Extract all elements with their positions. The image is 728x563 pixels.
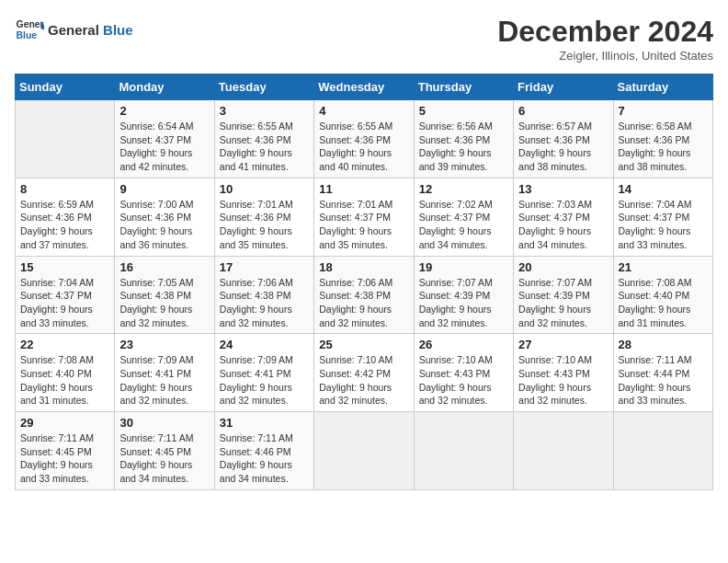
- calendar-cell: 11Sunrise: 7:01 AMSunset: 4:37 PMDayligh…: [314, 178, 414, 256]
- day-number: 21: [619, 260, 708, 274]
- logo: General Blue General Blue: [15, 15, 133, 44]
- calendar-cell: 15Sunrise: 7:04 AMSunset: 4:37 PMDayligh…: [16, 256, 115, 334]
- page-container: General Blue General Blue December 2024 …: [15, 15, 713, 490]
- day-info: Sunrise: 7:06 AMSunset: 4:38 PMDaylight:…: [220, 276, 309, 330]
- calendar-cell: [16, 100, 115, 178]
- calendar-cell: 23Sunrise: 7:09 AMSunset: 4:41 PMDayligh…: [115, 334, 214, 412]
- day-number: 3: [220, 104, 309, 118]
- day-number: 14: [619, 182, 708, 196]
- day-number: 24: [220, 338, 309, 351]
- day-info: Sunrise: 7:03 AMSunset: 4:37 PMDaylight:…: [518, 198, 608, 252]
- calendar-cell: 10Sunrise: 7:01 AMSunset: 4:36 PMDayligh…: [214, 178, 313, 256]
- day-number: 25: [319, 338, 408, 351]
- day-number: 18: [319, 260, 408, 274]
- day-number: 31: [220, 416, 309, 430]
- day-number: 6: [518, 104, 608, 118]
- calendar-cell: 24Sunrise: 7:09 AMSunset: 4:41 PMDayligh…: [214, 334, 313, 412]
- day-number: 13: [518, 182, 608, 196]
- day-number: 11: [319, 182, 408, 196]
- weekday-header-wednesday: Wednesday: [314, 75, 414, 100]
- day-number: 17: [220, 260, 309, 274]
- day-number: 12: [419, 182, 508, 196]
- logo-icon: General Blue: [15, 15, 44, 44]
- calendar-cell: 5Sunrise: 6:56 AMSunset: 4:36 PMDaylight…: [414, 100, 513, 178]
- day-info: Sunrise: 6:56 AMSunset: 4:36 PMDaylight:…: [419, 120, 508, 174]
- day-info: Sunrise: 7:04 AMSunset: 4:37 PMDaylight:…: [20, 276, 109, 330]
- day-info: Sunrise: 7:10 AMSunset: 4:42 PMDaylight:…: [319, 353, 408, 408]
- day-info: Sunrise: 7:02 AMSunset: 4:37 PMDaylight:…: [419, 198, 508, 252]
- calendar-row-4: 22Sunrise: 7:08 AMSunset: 4:40 PMDayligh…: [16, 334, 713, 412]
- weekday-header-sunday: Sunday: [16, 75, 115, 100]
- calendar-cell: 20Sunrise: 7:07 AMSunset: 4:39 PMDayligh…: [514, 256, 613, 334]
- day-info: Sunrise: 7:04 AMSunset: 4:37 PMDaylight:…: [619, 198, 708, 252]
- day-number: 22: [20, 338, 109, 351]
- weekday-header-tuesday: Tuesday: [214, 75, 313, 100]
- calendar-cell: 17Sunrise: 7:06 AMSunset: 4:38 PMDayligh…: [214, 256, 313, 334]
- calendar-cell: 14Sunrise: 7:04 AMSunset: 4:37 PMDayligh…: [613, 178, 712, 256]
- day-number: 28: [619, 338, 708, 351]
- day-number: 2: [119, 104, 209, 118]
- day-number: 26: [419, 338, 508, 351]
- calendar-row-3: 15Sunrise: 7:04 AMSunset: 4:37 PMDayligh…: [16, 256, 713, 334]
- day-number: 5: [419, 104, 508, 118]
- calendar-cell: 27Sunrise: 7:10 AMSunset: 4:43 PMDayligh…: [514, 334, 613, 412]
- calendar-cell: 25Sunrise: 7:10 AMSunset: 4:42 PMDayligh…: [314, 334, 414, 412]
- svg-text:Blue: Blue: [17, 30, 38, 40]
- day-info: Sunrise: 7:06 AMSunset: 4:38 PMDaylight:…: [319, 276, 408, 330]
- day-info: Sunrise: 7:00 AMSunset: 4:36 PMDaylight:…: [119, 198, 209, 252]
- calendar-cell: 29Sunrise: 7:11 AMSunset: 4:45 PMDayligh…: [16, 412, 115, 490]
- calendar-cell: 13Sunrise: 7:03 AMSunset: 4:37 PMDayligh…: [514, 178, 613, 256]
- day-number: 30: [119, 416, 209, 430]
- day-info: Sunrise: 7:09 AMSunset: 4:41 PMDaylight:…: [220, 353, 309, 408]
- day-number: 20: [518, 260, 608, 274]
- calendar-cell: [514, 412, 613, 490]
- calendar-cell: 8Sunrise: 6:59 AMSunset: 4:36 PMDaylight…: [16, 178, 115, 256]
- day-info: Sunrise: 7:07 AMSunset: 4:39 PMDaylight:…: [419, 276, 508, 330]
- calendar-cell: 21Sunrise: 7:08 AMSunset: 4:40 PMDayligh…: [613, 256, 712, 334]
- day-info: Sunrise: 7:10 AMSunset: 4:43 PMDaylight:…: [518, 353, 608, 408]
- day-info: Sunrise: 7:11 AMSunset: 4:46 PMDaylight:…: [220, 431, 309, 486]
- calendar-cell: 7Sunrise: 6:58 AMSunset: 4:36 PMDaylight…: [613, 100, 712, 178]
- logo-general: General: [48, 22, 99, 38]
- day-info: Sunrise: 6:59 AMSunset: 4:36 PMDaylight:…: [20, 198, 109, 252]
- calendar-cell: 9Sunrise: 7:00 AMSunset: 4:36 PMDaylight…: [115, 178, 214, 256]
- weekday-header-monday: Monday: [115, 75, 214, 100]
- day-info: Sunrise: 7:08 AMSunset: 4:40 PMDaylight:…: [619, 276, 708, 330]
- day-info: Sunrise: 7:01 AMSunset: 4:37 PMDaylight:…: [319, 198, 408, 252]
- day-info: Sunrise: 7:07 AMSunset: 4:39 PMDaylight:…: [518, 276, 608, 330]
- calendar-cell: [314, 412, 414, 490]
- day-number: 27: [518, 338, 608, 351]
- day-number: 29: [20, 416, 109, 430]
- day-number: 10: [220, 182, 309, 196]
- calendar-cell: 6Sunrise: 6:57 AMSunset: 4:36 PMDaylight…: [514, 100, 613, 178]
- day-number: 16: [119, 260, 209, 274]
- calendar-row-1: 2Sunrise: 6:54 AMSunset: 4:37 PMDaylight…: [16, 100, 713, 178]
- day-number: 8: [20, 182, 109, 196]
- calendar: SundayMondayTuesdayWednesdayThursdayFrid…: [15, 74, 713, 490]
- day-info: Sunrise: 6:58 AMSunset: 4:36 PMDaylight:…: [619, 120, 708, 174]
- location: Zeigler, Illinois, United States: [497, 49, 713, 63]
- calendar-row-5: 29Sunrise: 7:11 AMSunset: 4:45 PMDayligh…: [16, 412, 713, 490]
- calendar-cell: 28Sunrise: 7:11 AMSunset: 4:44 PMDayligh…: [613, 334, 712, 412]
- calendar-cell: 30Sunrise: 7:11 AMSunset: 4:45 PMDayligh…: [115, 412, 214, 490]
- calendar-cell: 18Sunrise: 7:06 AMSunset: 4:38 PMDayligh…: [314, 256, 414, 334]
- day-info: Sunrise: 6:55 AMSunset: 4:36 PMDaylight:…: [319, 120, 408, 174]
- day-info: Sunrise: 7:11 AMSunset: 4:45 PMDaylight:…: [20, 431, 109, 486]
- calendar-cell: [414, 412, 513, 490]
- logo-blue: Blue: [103, 22, 133, 38]
- calendar-cell: 19Sunrise: 7:07 AMSunset: 4:39 PMDayligh…: [414, 256, 513, 334]
- day-number: 7: [619, 104, 708, 118]
- day-info: Sunrise: 7:10 AMSunset: 4:43 PMDaylight:…: [419, 353, 508, 408]
- day-info: Sunrise: 7:08 AMSunset: 4:40 PMDaylight:…: [20, 353, 109, 408]
- calendar-cell: 26Sunrise: 7:10 AMSunset: 4:43 PMDayligh…: [414, 334, 513, 412]
- calendar-cell: 3Sunrise: 6:55 AMSunset: 4:36 PMDaylight…: [214, 100, 313, 178]
- day-info: Sunrise: 7:11 AMSunset: 4:44 PMDaylight:…: [619, 353, 708, 408]
- svg-text:General: General: [17, 19, 44, 29]
- header: General Blue General Blue December 2024 …: [15, 15, 713, 63]
- day-number: 9: [119, 182, 209, 196]
- day-info: Sunrise: 7:05 AMSunset: 4:38 PMDaylight:…: [119, 276, 209, 330]
- weekday-header-friday: Friday: [514, 75, 613, 100]
- calendar-cell: 2Sunrise: 6:54 AMSunset: 4:37 PMDaylight…: [115, 100, 214, 178]
- calendar-cell: 12Sunrise: 7:02 AMSunset: 4:37 PMDayligh…: [414, 178, 513, 256]
- title-area: December 2024 Zeigler, Illinois, United …: [497, 15, 713, 63]
